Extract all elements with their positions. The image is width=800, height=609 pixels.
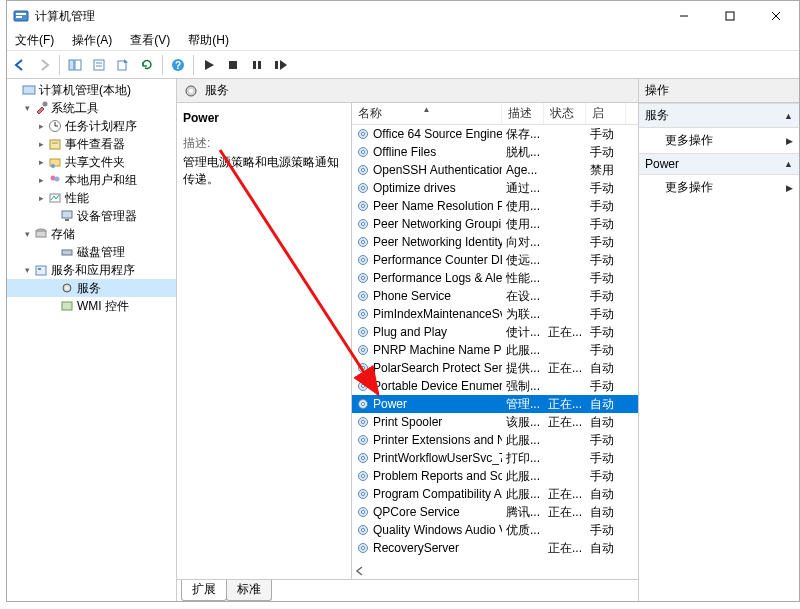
svg-rect-32 (65, 219, 69, 221)
svg-point-42 (189, 89, 193, 93)
tree-event-viewer[interactable]: ▸ 事件查看器 (7, 135, 176, 153)
gear-icon (183, 83, 199, 99)
start-service-button[interactable] (198, 54, 220, 76)
service-row[interactable]: Program Compatibility A...此服...正在...自动 (352, 485, 638, 503)
close-button[interactable] (753, 1, 799, 31)
service-row[interactable]: Plug and Play使计...正在...手动 (352, 323, 638, 341)
refresh-button[interactable] (136, 54, 158, 76)
service-desc: 此服... (502, 342, 544, 359)
maximize-button[interactable] (707, 1, 753, 31)
service-row[interactable]: Problem Reports and Sol...此服...手动 (352, 467, 638, 485)
actions-header: 操作 (639, 79, 799, 103)
properties-button[interactable] (88, 54, 110, 76)
description-text: 管理电源策略和电源策略通知传递。 (183, 154, 345, 188)
tree-local-users[interactable]: ▸ 本地用户和组 (7, 171, 176, 189)
tree-wmi[interactable]: WMI 控件 (7, 297, 176, 315)
svg-point-78 (361, 438, 364, 441)
service-desc: 腾讯... (502, 504, 544, 521)
action-more-services[interactable]: 更多操作 ▶ (639, 128, 799, 153)
storage-icon (33, 226, 49, 242)
action-section-services[interactable]: 服务 ▲ (639, 103, 799, 128)
service-name: Office 64 Source Engine (373, 127, 502, 141)
service-row[interactable]: Performance Logs & Aler...性能...手动 (352, 269, 638, 287)
service-row[interactable]: Print Spooler该服...正在...自动 (352, 413, 638, 431)
service-row[interactable]: QPCore Service腾讯...正在...自动 (352, 503, 638, 521)
service-row[interactable]: Optimize drives通过...手动 (352, 179, 638, 197)
tree-root[interactable]: 计算机管理(本地) (7, 81, 176, 99)
tree-label: 系统工具 (51, 100, 99, 117)
restart-service-button[interactable] (270, 54, 292, 76)
export-button[interactable] (112, 54, 134, 76)
tree-services-apps[interactable]: ▾ 服务和应用程序 (7, 261, 176, 279)
service-row[interactable]: Office 64 Source Engine保存...手动 (352, 125, 638, 143)
stop-service-button[interactable] (222, 54, 244, 76)
menu-action[interactable]: 操作(A) (68, 31, 116, 50)
service-row[interactable]: Peer Networking Identity...向对...手动 (352, 233, 638, 251)
col-description[interactable]: 描述 (502, 103, 544, 124)
tree-task-scheduler[interactable]: ▸ 任务计划程序 (7, 117, 176, 135)
gear-icon (356, 163, 370, 177)
show-hide-tree-button[interactable] (64, 54, 86, 76)
service-row[interactable]: Power管理...正在...自动 (352, 395, 638, 413)
menu-help[interactable]: 帮助(H) (184, 31, 233, 50)
svg-rect-9 (94, 60, 104, 70)
center-tabs: 扩展 标准 (177, 579, 638, 601)
service-row[interactable]: Peer Networking Groupi...使用...手动 (352, 215, 638, 233)
tree-device-manager[interactable]: 设备管理器 (7, 207, 176, 225)
tab-standard[interactable]: 标准 (226, 580, 272, 601)
forward-button[interactable] (33, 54, 55, 76)
gear-icon (356, 397, 370, 411)
service-row[interactable]: Performance Counter DL...使远...手动 (352, 251, 638, 269)
pause-service-button[interactable] (246, 54, 268, 76)
chevron-down-icon[interactable]: ▾ (21, 265, 33, 275)
chevron-down-icon[interactable]: ▾ (21, 229, 33, 239)
tree-performance[interactable]: ▸ 性能 (7, 189, 176, 207)
service-row[interactable]: Phone Service在设...手动 (352, 287, 638, 305)
action-section-power[interactable]: Power ▲ (639, 153, 799, 175)
col-status[interactable]: 状态 (544, 103, 586, 124)
action-more-power[interactable]: 更多操作 ▶ (639, 175, 799, 200)
svg-point-62 (361, 294, 364, 297)
chevron-right-icon[interactable]: ▸ (35, 139, 47, 149)
scroll-left-icon[interactable] (354, 565, 366, 577)
service-row[interactable]: PNRP Machine Name Pu...此服...手动 (352, 341, 638, 359)
minimize-button[interactable] (661, 1, 707, 31)
service-row[interactable]: RecoveryServer正在...自动 (352, 539, 638, 557)
menu-view[interactable]: 查看(V) (126, 31, 174, 50)
tab-extended[interactable]: 扩展 (181, 580, 227, 601)
gear-icon (356, 199, 370, 213)
service-row[interactable]: Peer Name Resolution Pr...使用...手动 (352, 197, 638, 215)
navigation-tree[interactable]: 计算机管理(本地) ▾ 系统工具 ▸ 任务计划程序 ▸ 事件查看器 ▸ 共享文件… (7, 79, 177, 601)
service-row[interactable]: Printer Extensions and N...此服...手动 (352, 431, 638, 449)
service-row[interactable]: PrintWorkflowUserSvc_78...打印...手动 (352, 449, 638, 467)
service-row[interactable]: PimIndexMaintenanceSvc...为联...手动 (352, 305, 638, 323)
col-name[interactable]: ▲名称 (352, 103, 502, 124)
service-desc: 使计... (502, 324, 544, 341)
service-row[interactable]: Offline Files脱机...手动 (352, 143, 638, 161)
services-list[interactable]: Office 64 Source Engine保存...手动Offline Fi… (352, 125, 638, 579)
chevron-down-icon[interactable]: ▾ (21, 103, 33, 113)
tree-label: 存储 (51, 226, 75, 243)
col-startup-type[interactable]: 启 (586, 103, 626, 124)
chevron-right-icon[interactable]: ▸ (35, 121, 47, 131)
tree-disk-management[interactable]: 磁盘管理 (7, 243, 176, 261)
collapse-up-icon: ▲ (784, 159, 793, 169)
tree-services[interactable]: 服务 (7, 279, 176, 297)
gear-icon (356, 289, 370, 303)
tree-shared-folders[interactable]: ▸ 共享文件夹 (7, 153, 176, 171)
service-row[interactable]: Quality Windows Audio V...优质...手动 (352, 521, 638, 539)
menu-file[interactable]: 文件(F) (11, 31, 58, 50)
service-row[interactable]: PolarSearch Protect Servi...提供...正在...自动 (352, 359, 638, 377)
service-startup: 自动 (586, 414, 626, 431)
tree-system-tools[interactable]: ▾ 系统工具 (7, 99, 176, 117)
service-name: Peer Networking Groupi... (373, 217, 502, 231)
chevron-right-icon[interactable]: ▸ (35, 193, 47, 203)
chevron-right-icon[interactable]: ▸ (35, 157, 47, 167)
svg-rect-31 (62, 211, 72, 218)
back-button[interactable] (9, 54, 31, 76)
service-row[interactable]: OpenSSH Authentication ...Age...禁用 (352, 161, 638, 179)
tree-storage[interactable]: ▾ 存储 (7, 225, 176, 243)
chevron-right-icon[interactable]: ▸ (35, 175, 47, 185)
service-row[interactable]: Portable Device Enumera...强制...手动 (352, 377, 638, 395)
help-button[interactable]: ? (167, 54, 189, 76)
